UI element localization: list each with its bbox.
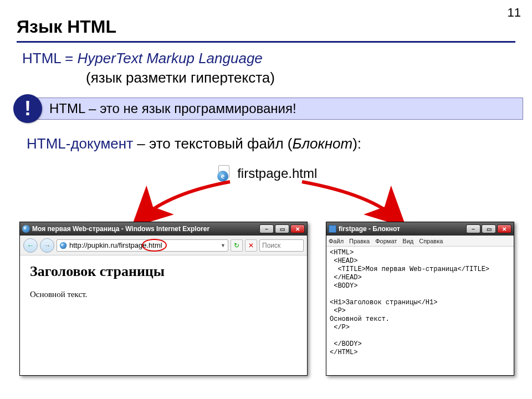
address-bar[interactable]: http://pupkin.ru/firstpage.html ▼: [57, 239, 228, 252]
stop-button[interactable]: ✕: [245, 239, 257, 252]
arrow-right: [302, 182, 399, 221]
url-highlight: .html: [146, 241, 162, 249]
document-line: HTML-документ – это текстовый файл (Блок…: [27, 135, 361, 152]
callout: ! HTML – это не язык программирования!: [7, 95, 525, 121]
url-prefix: http://pupkin.ru/firstpage: [69, 241, 146, 249]
menu-format[interactable]: Формат: [375, 238, 397, 244]
maximize-button[interactable]: ▭: [275, 224, 289, 233]
notepad-titlebar: firstpage - Блокнот – ▭ ✕: [326, 222, 514, 236]
arrow-left: [139, 182, 230, 221]
forward-button[interactable]: →: [40, 238, 54, 253]
notepad-content[interactable]: <HTML> <HEAD> <TITLE>Моя первая Web-стра…: [326, 247, 514, 359]
file-label: firstpage.html: [237, 166, 317, 181]
callout-text: HTML – это не язык программирования!: [28, 98, 523, 120]
menu-edit[interactable]: Правка: [349, 238, 370, 244]
definition-block: HTML = HyperText Markup Language (язык р…: [22, 49, 275, 88]
browser-window: Моя первая Web-страница - Windows Intern…: [19, 222, 308, 376]
page-heading: Заголовок страницы: [30, 263, 297, 280]
notepad-menubar: Файл Правка Формат Вид Справка: [326, 236, 514, 247]
address-dropdown-icon[interactable]: ▼: [221, 243, 226, 248]
definition-expansion: HyperText Markup Language: [77, 50, 262, 66]
browser-content: Заголовок страницы Основной текст.: [20, 255, 307, 307]
docline-term: HTML-документ: [27, 135, 133, 152]
notepad-title: firstpage - Блокнот: [339, 225, 400, 233]
docline-suffix: ):: [352, 135, 361, 152]
search-input[interactable]: Поиск: [259, 239, 304, 252]
notepad-icon: [329, 225, 336, 233]
notepad-window: firstpage - Блокнот – ▭ ✕ Файл Правка Фо…: [326, 222, 514, 376]
file-row: firstpage.html: [0, 165, 532, 182]
browser-toolbar: ← → http://pupkin.ru/firstpage.html ▼ ↻ …: [20, 236, 307, 255]
menu-view[interactable]: Вид: [402, 238, 413, 244]
definition-prefix: HTML =: [22, 50, 77, 66]
refresh-button[interactable]: ↻: [231, 239, 243, 252]
definition-translation: (язык разметки гипертекста): [22, 68, 275, 88]
slide-title: Язык HTML: [17, 17, 116, 37]
ie-file-icon: [215, 165, 232, 182]
close-button[interactable]: ✕: [290, 224, 305, 233]
page-body: Основной текст.: [30, 290, 297, 299]
browser-titlebar: Моя первая Web-страница - Windows Intern…: [20, 222, 307, 236]
exclamation-icon: !: [13, 94, 42, 123]
browser-title: Моя первая Web-страница - Windows Intern…: [32, 225, 209, 233]
page-number: 11: [508, 6, 521, 20]
address-ie-icon: [60, 242, 67, 249]
docline-italic: Блокнот: [292, 135, 352, 152]
menu-file[interactable]: Файл: [329, 238, 344, 244]
menu-help[interactable]: Справка: [419, 238, 443, 244]
minimize-button[interactable]: –: [466, 224, 480, 233]
maximize-button[interactable]: ▭: [482, 224, 496, 233]
docline-plain: – это текстовый файл (: [133, 135, 292, 152]
close-button[interactable]: ✕: [497, 224, 511, 233]
ie-icon: [22, 225, 30, 233]
back-button[interactable]: ←: [23, 238, 38, 253]
title-rule: [17, 41, 515, 43]
minimize-button[interactable]: –: [259, 224, 274, 233]
